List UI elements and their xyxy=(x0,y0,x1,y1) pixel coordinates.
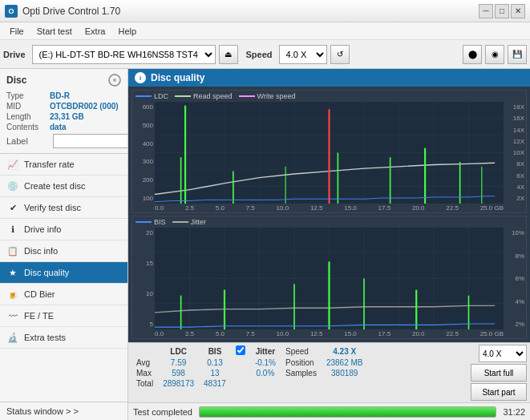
disc-icon xyxy=(108,74,121,87)
nav-icon-verify-test-disc: ✔ xyxy=(6,201,19,214)
start-full-button[interactable]: Start full xyxy=(471,364,527,382)
sidebar-item-disc-info[interactable]: 📋 Disc info xyxy=(0,240,127,262)
ldc-col-header: LDC xyxy=(158,345,199,357)
speed-label: Speed xyxy=(246,50,273,59)
chart2-legend: BIS Jitter xyxy=(132,216,526,228)
bis-avg: 0.13 xyxy=(199,357,231,368)
disc-mid-value: OTCBDR002 (000) xyxy=(50,102,119,111)
refresh-button[interactable]: ↺ xyxy=(330,45,350,64)
legend-jitter: Jitter xyxy=(172,218,207,226)
chart1-legend: LDC Read speed Write speed xyxy=(132,91,526,102)
disc-label-input[interactable] xyxy=(53,134,128,148)
legend-read-label: Read speed xyxy=(193,92,233,100)
status-window-button[interactable]: Status window > > xyxy=(0,402,127,420)
sidebar: Disc Type BD-R MID OTCBDR002 (000) Lengt… xyxy=(0,69,128,420)
legend-bis-color xyxy=(136,221,152,223)
nav-icon-fe-te: 〰 xyxy=(6,309,19,322)
drive-label: Drive xyxy=(3,50,26,59)
sidebar-item-fe-te[interactable]: 〰 FE / TE xyxy=(0,305,127,327)
nav-label-extra-tests: Extra tests xyxy=(24,333,66,342)
disc-contents-row: Contents data xyxy=(6,123,121,131)
disc-quality-header: i Disc quality xyxy=(128,69,530,87)
nav-label-drive-info: Drive info xyxy=(24,224,61,234)
toolbar-btn2[interactable]: ◉ xyxy=(485,45,504,64)
progress-bar-fill xyxy=(200,407,496,417)
action-buttons: 4.0 X 8.0 X Start full Start part xyxy=(471,345,527,401)
speed-stat-label: Speed xyxy=(281,345,322,357)
nav-icon-extra-tests: 🔬 xyxy=(6,331,19,344)
title-bar-left: O Opti Drive Control 1.70 xyxy=(5,5,120,18)
speed-select-stats[interactable]: 4.0 X 8.0 X xyxy=(479,345,527,362)
menu-help[interactable]: Help xyxy=(111,25,143,38)
bis-total: 48317 xyxy=(199,378,231,389)
toolbar-btn3[interactable]: 💾 xyxy=(508,45,527,64)
chart1-y-axis-right: 18X 16X 14X 12X 10X 8X 6X 4X 2X xyxy=(504,102,526,204)
nav-icon-drive-info: ℹ xyxy=(6,223,19,236)
speed-stat-value: 4.23 X xyxy=(322,345,368,357)
chart-ldc: LDC Read speed Write speed 600 500 xyxy=(131,90,527,213)
window-controls: ─ □ ✕ xyxy=(479,4,525,18)
toolbar-btn1[interactable]: ⬤ xyxy=(463,45,482,64)
ldc-max: 598 xyxy=(158,368,199,378)
nav-label-cd-bier: CD Bier xyxy=(24,289,55,299)
disc-quality-title: Disc quality xyxy=(151,72,204,83)
legend-jitter-label: Jitter xyxy=(191,218,207,226)
nav-icon-transfer-rate: 📈 xyxy=(6,158,19,171)
legend-read-color xyxy=(175,95,191,97)
jitter-max: 0.0% xyxy=(250,368,281,378)
start-part-button[interactable]: Start part xyxy=(471,383,527,401)
legend-ldc-color xyxy=(136,95,152,97)
close-button[interactable]: ✕ xyxy=(511,4,525,18)
content-area: i Disc quality LDC Read speed xyxy=(128,69,530,420)
chart-bis: BIS Jitter 20 15 10 5 xyxy=(131,216,527,339)
sidebar-item-extra-tests[interactable]: 🔬 Extra tests xyxy=(0,327,127,349)
chart1-x-axis: 0.0 2.5 5.0 7.5 10.0 12.5 15.0 17.5 20.0… xyxy=(132,204,526,212)
disc-length-value: 23,31 GB xyxy=(50,112,84,121)
drive-select[interactable]: (E:) HL-DT-ST BD-RE WH16NS58 TST4 xyxy=(32,45,216,64)
chart1-canvas xyxy=(155,102,504,204)
nav-label-verify-test-disc: Verify test disc xyxy=(24,203,81,212)
nav-icon-create-test-disc: 💿 xyxy=(6,180,19,192)
max-label: Max xyxy=(131,368,158,378)
legend-write-label: Write speed xyxy=(257,92,296,100)
sidebar-item-cd-bier[interactable]: 🍺 CD Bier xyxy=(0,284,127,305)
menu-file[interactable]: File xyxy=(3,25,30,38)
sidebar-item-transfer-rate[interactable]: 📈 Transfer rate xyxy=(0,154,127,176)
legend-jitter-color xyxy=(172,221,188,223)
sidebar-item-drive-info[interactable]: ℹ Drive info xyxy=(0,219,127,240)
nav-icon-disc-info: 📋 xyxy=(6,244,19,257)
chart1-body: 600 500 400 300 200 100 xyxy=(132,102,526,204)
disc-label-row: Label 🔍 xyxy=(6,134,121,148)
toolbar: Drive (E:) HL-DT-ST BD-RE WH16NS58 TST4 … xyxy=(0,40,530,69)
nav-icon-disc-quality: ★ xyxy=(6,266,19,279)
menu-extra[interactable]: Extra xyxy=(79,25,112,38)
eject-button[interactable]: ⏏ xyxy=(219,45,238,64)
status-text: Test completed xyxy=(133,407,192,417)
position-val: 23862 MB xyxy=(322,357,368,368)
maximize-button[interactable]: □ xyxy=(495,4,509,18)
disc-section-label: Disc xyxy=(6,75,26,86)
legend-bis: BIS xyxy=(136,218,166,226)
disc-type-value: BD-R xyxy=(50,91,70,100)
sidebar-item-create-test-disc[interactable]: 💿 Create test disc xyxy=(0,176,127,197)
minimize-button[interactable]: ─ xyxy=(479,4,493,18)
menu-bar: File Start test Extra Help xyxy=(0,22,530,40)
jitter-col-header: Jitter xyxy=(250,345,281,357)
sidebar-item-disc-quality[interactable]: ★ Disc quality xyxy=(0,262,127,284)
samples-val: 380189 xyxy=(322,368,368,378)
disc-type-row: Type BD-R xyxy=(6,91,121,100)
nav-label-create-test-disc: Create test disc xyxy=(24,181,85,191)
nav-label-disc-info: Disc info xyxy=(24,246,58,256)
legend-read: Read speed xyxy=(175,92,233,100)
chart2-x-axis: 0.0 2.5 5.0 7.5 10.0 12.5 15.0 17.5 20.0… xyxy=(132,329,526,338)
menu-start-test[interactable]: Start test xyxy=(30,25,79,38)
speed-select[interactable]: 4.0 X 8.0 X 12.0 X xyxy=(279,45,327,64)
chart1-y-axis-left: 600 500 400 300 200 100 xyxy=(132,102,155,204)
stats-table: LDC BIS Jitter Speed 4.23 X Avg 7.59 0.1… xyxy=(131,345,467,389)
legend-ldc: LDC xyxy=(136,92,168,100)
nav-icon-cd-bier: 🍺 xyxy=(6,288,19,301)
avg-label: Avg xyxy=(131,357,158,368)
sidebar-item-verify-test-disc[interactable]: ✔ Verify test disc xyxy=(0,197,127,219)
jitter-checkbox[interactable] xyxy=(236,345,245,355)
nav-label-transfer-rate: Transfer rate xyxy=(24,160,75,169)
